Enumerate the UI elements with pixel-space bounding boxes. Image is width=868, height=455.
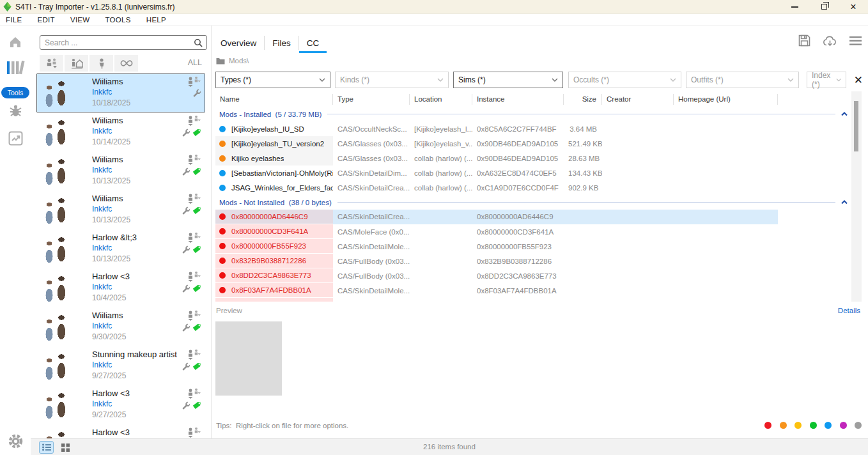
tray-item-creator-link[interactable]: Inkkfc: [92, 165, 130, 176]
column-header-instance[interactable]: Instance: [472, 94, 564, 105]
outfits-filter-dropdown[interactable]: Outfits (*): [686, 72, 799, 88]
table-row[interactable]: [Kijiko]eyelash_TU_version2 CAS/Glasses …: [215, 136, 851, 151]
household-members-icon[interactable]: [187, 116, 201, 126]
tray-list-item[interactable]: Wiiliams Inkkfc 10/13/2025: [36, 151, 205, 190]
close-button[interactable]: ×: [839, 0, 868, 13]
details-link[interactable]: Details: [838, 307, 860, 314]
household-members-icon[interactable]: [187, 311, 201, 321]
household-members-icon[interactable]: [187, 350, 201, 360]
color-filter-dot[interactable]: [810, 422, 817, 429]
tray-item-info: Wiiliams Inkkfc 10/18/2025: [92, 76, 130, 109]
table-row[interactable]: 0x80000000CD3F641A CAS/MoleFace (0x0... …: [215, 224, 851, 239]
tray-list-item[interactable]: Harlow <3: [36, 424, 205, 438]
clear-filters-icon[interactable]: ✕: [854, 75, 863, 86]
table-row[interactable]: 0x8F03AF7A4FDBB01A CAS/SkinDetailMole...…: [215, 283, 851, 298]
tools-badge[interactable]: Tools: [1, 87, 29, 98]
tray-item-creator-link[interactable]: Inkkfc: [92, 321, 126, 332]
save-icon[interactable]: [798, 35, 810, 47]
filter-all-label[interactable]: ALL: [188, 58, 202, 67]
tray-item-creator-link[interactable]: Inkkfc: [92, 399, 130, 410]
group-header-not-installed[interactable]: Mods - Not Installed (38 / 0 bytes): [215, 195, 851, 210]
status-dot-icon: [219, 126, 226, 132]
home-icon[interactable]: [0, 35, 31, 49]
tray-item-creator-link[interactable]: Inkkfc: [92, 360, 177, 371]
household-members-icon[interactable]: [187, 389, 201, 399]
table-row[interactable]: [SebastianVictorian]-OhMoly(Rig... CAS/S…: [215, 166, 851, 180]
column-header-location[interactable]: Location: [410, 94, 472, 105]
menu-edit[interactable]: EDIT: [38, 16, 55, 24]
menu-help[interactable]: HELP: [146, 16, 166, 24]
table-row[interactable]: 0x80000000AD6446C9 CAS/SkinDetailCrea...…: [215, 210, 851, 224]
tips-text: Tips: Right-click on file for more optio…: [216, 422, 348, 429]
column-header-creator[interactable]: Creator: [602, 94, 674, 105]
hamburger-menu-icon[interactable]: [849, 36, 862, 45]
library-icon[interactable]: [0, 60, 31, 75]
tab-overview[interactable]: Overview: [213, 32, 264, 54]
column-header-name[interactable]: Name: [215, 94, 333, 105]
sims-filter-dropdown[interactable]: Sims (*): [453, 72, 563, 88]
table-scrollbar-thumb[interactable]: [854, 101, 858, 151]
collapse-group-icon[interactable]: [841, 200, 848, 204]
table-row[interactable]: 0x832B9B0388712286 CAS/FullBody (0x03...…: [215, 254, 851, 268]
tray-item-creator-link[interactable]: Inkkfc: [92, 243, 137, 254]
table-scrollbar[interactable]: [851, 91, 862, 302]
tray-item-creator-link[interactable]: Inkkfc: [92, 282, 130, 293]
group-header-installed[interactable]: Mods - Installed (5 / 33.79 MB): [215, 107, 851, 121]
table-row[interactable]: 0x80000000FB55F923 CAS/SkinDetailMole...…: [215, 239, 851, 254]
column-header-homepage[interactable]: Homepage (Url): [674, 94, 778, 105]
filter-sims-icon[interactable]: [89, 55, 113, 72]
minimize-button[interactable]: [780, 0, 809, 13]
cc-filter-bar: Types (*) Kinds (*) Sims (*) Occults (*)…: [215, 72, 864, 88]
kinds-filter-dropdown[interactable]: Kinds (*): [335, 72, 449, 88]
types-filter-dropdown[interactable]: Types (*): [215, 72, 330, 88]
household-members-icon[interactable]: [187, 233, 201, 243]
filter-lots-icon[interactable]: [65, 55, 88, 72]
household-members-icon[interactable]: [187, 428, 201, 438]
index-filter-dropdown[interactable]: Index (*): [807, 72, 846, 88]
tray-list-item[interactable]: Stunning makeup artist Inkkfc 9/27/2025: [36, 346, 205, 385]
filter-all-infinity-icon[interactable]: [114, 55, 138, 72]
color-filter-dot[interactable]: [780, 422, 787, 429]
menu-file[interactable]: FILE: [6, 16, 22, 24]
tray-item-info: Wiiliams Inkkfc 10/14/2025: [92, 115, 130, 148]
household-members-icon[interactable]: [187, 155, 201, 165]
column-header-type[interactable]: Type: [333, 94, 410, 105]
restore-button[interactable]: [809, 0, 839, 13]
color-filter-dot[interactable]: [794, 422, 802, 429]
tray-list-item[interactable]: Harlow <3 Inkkfc 9/27/2025: [36, 385, 205, 424]
color-filter-dot[interactable]: [840, 422, 847, 429]
tray-list-item[interactable]: Wiiliams Inkkfc 10/14/2025: [36, 112, 205, 151]
collapse-group-icon[interactable]: [841, 112, 848, 116]
column-header-size[interactable]: Size: [564, 94, 602, 105]
color-filter-dot[interactable]: [855, 422, 862, 429]
table-row[interactable]: Kijiko eyelashes CAS/Glasses (0x03... co…: [215, 151, 851, 166]
tray-list-item[interactable]: Wiiliams Inkkfc 9/30/2025: [36, 307, 205, 346]
table-row[interactable]: [Kijiko]eyelash_IU_SD CAS/OccultNeckSc..…: [215, 121, 851, 136]
household-members-icon[interactable]: [187, 77, 201, 87]
tray-list-item[interactable]: Wiiliams Inkkfc 10/13/2025: [36, 190, 205, 229]
tab-cc[interactable]: CC: [299, 32, 327, 54]
menu-view[interactable]: VIEW: [70, 16, 90, 24]
tab-files[interactable]: Files: [265, 32, 298, 54]
search-input[interactable]: [40, 38, 194, 47]
tray-item-creator-link[interactable]: Inkkfc: [92, 204, 130, 215]
tray-item-creator-link[interactable]: Inkkfc: [92, 126, 130, 137]
household-members-icon[interactable]: [187, 272, 201, 282]
menu-tools[interactable]: TOOLS: [105, 16, 131, 24]
household-members-icon[interactable]: [187, 194, 201, 204]
tray-item-date: 9/27/2025: [92, 410, 130, 420]
table-row[interactable]: 0x8DD2C3CA9863E773 CAS/FullBody (0x03...…: [215, 268, 851, 283]
filter-households-icon[interactable]: [40, 55, 63, 72]
tray-list-item[interactable]: Wiiliams Inkkfc 10/18/2025: [36, 73, 205, 112]
cloud-download-icon[interactable]: [823, 35, 837, 47]
tray-list-item[interactable]: Harlow <3 Inkkfc 10/4/2025: [36, 268, 205, 307]
bug-icon[interactable]: [0, 103, 31, 119]
stats-chart-icon[interactable]: [0, 131, 31, 146]
tray-list-item[interactable]: Harlow &lt;3 Inkkfc 10/13/2025: [36, 229, 205, 268]
color-filter-dot[interactable]: [764, 422, 771, 429]
occults-filter-dropdown[interactable]: Occults (*): [568, 72, 681, 88]
table-row[interactable]: JSAG_Wrinkles_for_Elders_fac... CAS/Skin…: [215, 180, 851, 195]
color-filter-dot[interactable]: [825, 422, 832, 429]
settings-gear-icon[interactable]: [0, 433, 31, 449]
tray-item-creator-link[interactable]: Inkkfc: [92, 87, 130, 98]
